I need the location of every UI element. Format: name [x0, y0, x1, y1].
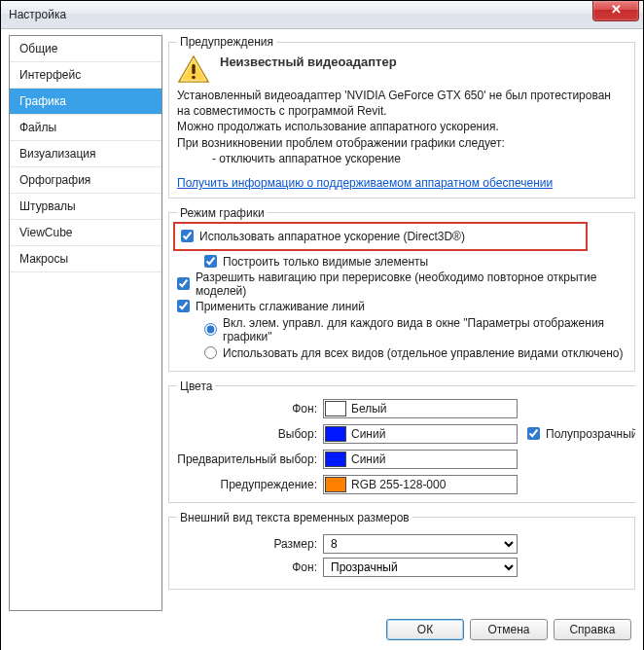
close-button[interactable]: ✕	[592, 1, 639, 21]
selection-color-picker[interactable]: Синий	[323, 424, 518, 444]
selection-color-swatch	[325, 426, 346, 442]
sidebar-item-render[interactable]: Визуализация	[10, 141, 161, 167]
titlebar: Настройка ✕	[1, 1, 643, 29]
close-icon: ✕	[611, 2, 622, 17]
warnings-legend: Предупреждения	[177, 35, 276, 49]
settings-dialog: Настройка ✕ Общие Интерфейс Графика Файл…	[0, 0, 644, 650]
sidebar-item-ui[interactable]: Интерфейс	[10, 62, 161, 89]
visible-only-label: Построить только видимые элементы	[223, 255, 428, 269]
semitransparent-label: Полупрозрачный	[546, 427, 635, 441]
colors-group: Цвета Фон: Белый Выбор: Синий	[168, 379, 635, 503]
antialias-checkbox[interactable]	[177, 300, 190, 312]
bg-color-label: Фон:	[177, 402, 323, 415]
sidebar-item-graphics[interactable]: Графика	[10, 89, 161, 115]
warning-text: Установленный видеоадаптер 'NVIDIA GeFor…	[177, 88, 626, 166]
graphics-mode-legend: Режим графики	[177, 206, 268, 220]
warnings-group: Предупреждения Неизвестный видеоадапте	[168, 35, 635, 199]
warning-title: Неизвестный видеоадаптер	[220, 54, 626, 69]
colors-legend: Цвета	[177, 379, 215, 393]
size-label: Размер:	[177, 537, 323, 551]
aa-all-views-radio[interactable]	[204, 346, 217, 359]
supported-hardware-link[interactable]: Получить информацию о поддерживаемом апп…	[177, 176, 553, 190]
ok-button[interactable]: ОК	[386, 619, 464, 640]
antialias-label: Применить сглаживание линий	[196, 300, 365, 313]
preselection-color-swatch	[325, 451, 346, 467]
sidebar-item-macros[interactable]: Макросы	[10, 246, 161, 272]
hw-accel-label: Использовать аппаратное ускорение (Direc…	[199, 230, 465, 243]
category-sidebar: Общие Интерфейс Графика Файлы Визуализац…	[9, 35, 162, 611]
help-button[interactable]: Справка	[554, 619, 631, 640]
aa-all-views-label: Использовать для всех видов (отдельное у…	[223, 346, 623, 360]
preselection-color-label: Предварительный выбор:	[177, 452, 323, 466]
aa-per-view-radio[interactable]	[204, 323, 217, 336]
size-combo[interactable]: 8	[323, 534, 518, 554]
temp-bg-combo[interactable]: Прозрачный	[323, 558, 518, 577]
hw-accel-checkbox[interactable]	[181, 230, 194, 242]
temp-text-group: Внешний вид текста временных размеров Ра…	[168, 511, 635, 590]
warning-icon	[177, 54, 210, 84]
graphics-mode-group: Режим графики Использовать аппаратное ус…	[168, 206, 635, 372]
sidebar-item-general[interactable]: Общие	[10, 36, 161, 62]
dialog-footer: ОК Отмена Справка	[1, 613, 643, 650]
sidebar-item-spelling[interactable]: Орфография	[10, 167, 161, 194]
bg-color-picker[interactable]: Белый	[323, 399, 518, 418]
cancel-button[interactable]: Отмена	[470, 619, 548, 640]
alert-color-picker[interactable]: RGB 255-128-000	[323, 475, 518, 494]
semitransparent-checkbox[interactable]	[527, 427, 540, 440]
svg-rect-2	[192, 64, 195, 74]
aa-per-view-label: Вкл. элем. управл. для каждого вида в ок…	[223, 316, 626, 343]
nav-redraw-checkbox[interactable]	[177, 277, 190, 290]
svg-point-3	[192, 76, 196, 80]
selection-color-label: Выбор:	[177, 427, 323, 441]
visible-only-checkbox[interactable]	[204, 255, 217, 268]
sidebar-item-files[interactable]: Файлы	[10, 115, 161, 141]
preselection-color-picker[interactable]: Синий	[323, 450, 518, 469]
temp-bg-label: Фон:	[177, 560, 323, 574]
window-title: Настройка	[9, 8, 66, 21]
hw-accel-highlight: Использовать аппаратное ускорение (Direc…	[173, 222, 588, 251]
bg-color-swatch	[325, 401, 346, 416]
sidebar-item-steering[interactable]: Штурвалы	[10, 194, 161, 220]
alert-color-label: Предупреждение:	[177, 478, 323, 491]
content-pane: Предупреждения Неизвестный видеоадапте	[168, 35, 635, 611]
nav-redraw-label: Разрешить навигацию при перерисовке (нео…	[196, 271, 626, 298]
temp-text-legend: Внешний вид текста временных размеров	[177, 511, 412, 524]
sidebar-item-viewcube[interactable]: ViewCube	[10, 220, 161, 246]
alert-color-swatch	[325, 477, 346, 492]
